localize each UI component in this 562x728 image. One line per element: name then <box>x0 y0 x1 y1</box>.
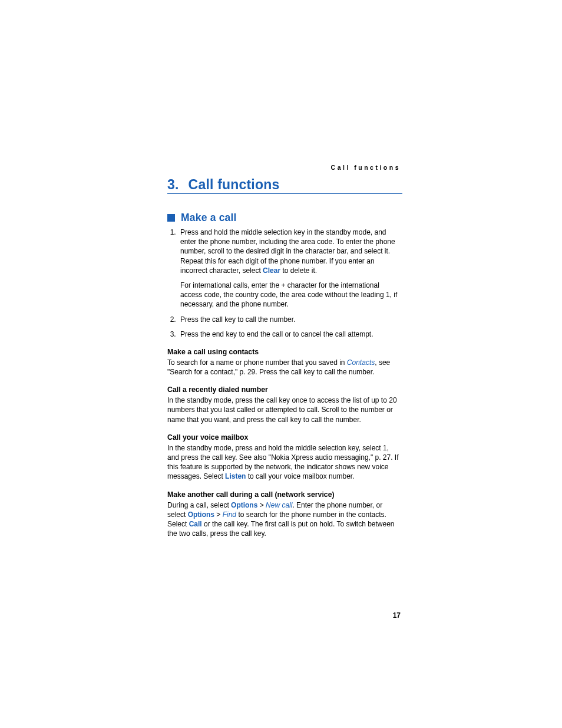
step-2: Press the call key to call the number. <box>178 315 402 324</box>
section-heading-row: Make a call <box>167 212 402 224</box>
page-number: 17 <box>393 611 401 620</box>
sub4-gt1: > <box>257 501 266 509</box>
step-1-para2: For international calls, enter the + cha… <box>180 281 402 309</box>
subhead-another-call: Make another call during a call (network… <box>167 490 402 499</box>
chapter-number: 3. <box>167 177 179 192</box>
sub4-t1: During a call, select <box>167 501 231 509</box>
step-list: Press and hold the middle selection key … <box>167 228 402 339</box>
running-header: Call functions <box>331 164 401 171</box>
step-1-text-after: to delete it. <box>280 266 317 275</box>
page: Call functions 3.Call functions Make a c… <box>0 0 562 728</box>
square-bullet-icon <box>167 214 175 222</box>
subhead-voicemail: Call your voice mailbox <box>167 433 402 442</box>
section-title: Make a call <box>181 212 237 224</box>
para-voicemail: In the standby mode, press and hold the … <box>167 443 402 482</box>
para-contacts: To search for a name or phone number tha… <box>167 358 402 377</box>
para-another-call: During a call, select Options > New call… <box>167 500 402 539</box>
chapter-name: Call functions <box>189 177 280 192</box>
sub3-after: to call your voice mailbox number. <box>246 472 354 480</box>
listen-softkey: Listen <box>225 472 246 480</box>
step-1: Press and hold the middle selection key … <box>178 228 402 309</box>
subhead-contacts: Make a call using contacts <box>167 348 402 356</box>
call-softkey: Call <box>189 520 202 528</box>
para-recent: In the standby mode, press the call key … <box>167 396 402 424</box>
step-3-text: Press the end key to end the call or to … <box>180 330 373 338</box>
sub4-gt2: > <box>214 510 223 519</box>
sub1-before: To search for a name or phone number tha… <box>167 358 347 367</box>
clear-softkey: Clear <box>263 266 280 275</box>
subhead-recent: Call a recently dialed number <box>167 386 402 394</box>
contacts-link: Contacts <box>347 358 375 367</box>
options-softkey-1: Options <box>231 501 257 509</box>
sub4-t4: or the call key. The first call is put o… <box>167 520 395 538</box>
options-softkey-2: Options <box>188 510 214 519</box>
step-2-text: Press the call key to call the number. <box>180 315 295 324</box>
find-menu: Find <box>223 510 236 519</box>
new-call-menu: New call <box>266 501 292 509</box>
step-3: Press the end key to end the call or to … <box>178 330 402 339</box>
chapter-title: 3.Call functions <box>167 177 402 194</box>
